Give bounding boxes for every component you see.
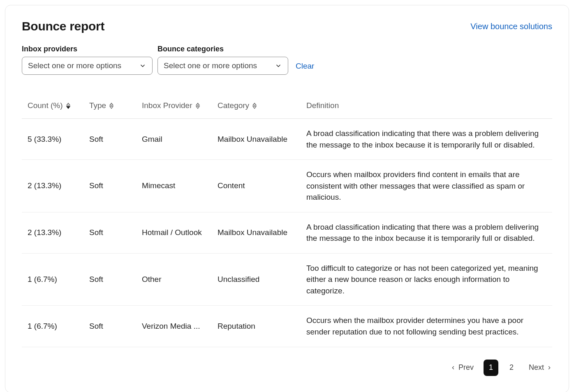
- pagination-next[interactable]: Next: [529, 363, 552, 372]
- column-header-count[interactable]: Count (%): [28, 101, 70, 110]
- pagination-prev[interactable]: Prev: [450, 363, 474, 372]
- cell-count: 1 (6.7%): [22, 306, 83, 347]
- pagination: Prev 12 Next: [22, 360, 552, 376]
- svg-marker-2: [110, 103, 113, 105]
- svg-marker-6: [253, 103, 256, 105]
- sort-icon: [109, 103, 113, 109]
- svg-marker-7: [253, 106, 256, 108]
- inbox-providers-select[interactable]: Select one or more options: [22, 57, 153, 75]
- page-title: Bounce report: [22, 19, 104, 33]
- svg-marker-3: [110, 106, 113, 108]
- table-row: 5 (33.3%)SoftGmailMailbox UnavailableA b…: [22, 119, 552, 160]
- svg-marker-1: [67, 106, 70, 108]
- cell-category: Unclassified: [212, 253, 301, 306]
- table-row: 2 (13.3%)SoftHotmail / OutlookMailbox Un…: [22, 212, 552, 253]
- pagination-page-2[interactable]: 2: [504, 360, 519, 376]
- view-bounce-solutions-link[interactable]: View bounce solutions: [470, 22, 552, 31]
- svg-marker-5: [196, 106, 199, 108]
- cell-definition: A broad classification indicating that t…: [301, 212, 552, 253]
- cell-type: Soft: [83, 160, 136, 212]
- cell-provider: Other: [136, 253, 212, 306]
- table-row: 2 (13.3%)SoftMimecastContentOccurs when …: [22, 160, 552, 212]
- cell-type: Soft: [83, 306, 136, 347]
- svg-marker-4: [196, 103, 199, 105]
- clear-filters-link[interactable]: Clear: [296, 62, 314, 75]
- chevron-down-icon: [139, 62, 146, 69]
- bounce-categories-select[interactable]: Select one or more options: [157, 57, 288, 75]
- chevron-down-icon: [275, 62, 282, 69]
- filter-inbox-providers-group: Inbox providers Select one or more optio…: [22, 45, 153, 75]
- cell-provider: Gmail: [136, 119, 212, 160]
- cell-definition: Too difficult to categorize or has not b…: [301, 253, 552, 306]
- cell-definition: A broad classification indicating that t…: [301, 119, 552, 160]
- cell-provider: Verizon Media ...: [136, 306, 212, 347]
- table-row: 1 (6.7%)SoftOtherUnclassifiedToo difficu…: [22, 253, 552, 306]
- column-header-type[interactable]: Type: [89, 101, 113, 110]
- column-header-definition: Definition: [301, 95, 552, 119]
- bounce-categories-placeholder: Select one or more options: [164, 61, 257, 70]
- bounce-report-card: Bounce report View bounce solutions Inbo…: [5, 5, 569, 392]
- cell-category: Content: [212, 160, 301, 212]
- inbox-providers-placeholder: Select one or more options: [28, 61, 121, 70]
- header-row: Bounce report View bounce solutions: [22, 19, 552, 33]
- cell-provider: Hotmail / Outlook: [136, 212, 212, 253]
- cell-count: 2 (13.3%): [22, 212, 83, 253]
- column-header-inbox-provider[interactable]: Inbox Provider: [142, 101, 200, 110]
- cell-definition: Occurs when the mailbox provider determi…: [301, 306, 552, 347]
- cell-type: Soft: [83, 119, 136, 160]
- filter-bounce-categories-label: Bounce categories: [157, 45, 288, 53]
- cell-category: Mailbox Unavailable: [212, 212, 301, 253]
- sort-icon: [252, 103, 257, 109]
- table-header-row: Count (%) Type: [22, 95, 552, 119]
- bounce-table: Count (%) Type: [22, 95, 552, 347]
- filter-inbox-providers-label: Inbox providers: [22, 45, 153, 53]
- chevron-right-icon: [546, 365, 552, 371]
- cell-count: 2 (13.3%): [22, 160, 83, 212]
- cell-definition: Occurs when mailbox providers find conte…: [301, 160, 552, 212]
- sort-icon: [66, 103, 70, 109]
- filter-bounce-categories-group: Bounce categories Select one or more opt…: [157, 45, 288, 75]
- chevron-left-icon: [450, 365, 456, 371]
- cell-category: Reputation: [212, 306, 301, 347]
- cell-count: 1 (6.7%): [22, 253, 83, 306]
- cell-type: Soft: [83, 253, 136, 306]
- cell-provider: Mimecast: [136, 160, 212, 212]
- sort-icon: [196, 103, 200, 109]
- pagination-page-1[interactable]: 1: [484, 360, 498, 376]
- filters-row: Inbox providers Select one or more optio…: [22, 45, 552, 75]
- cell-count: 5 (33.3%): [22, 119, 83, 160]
- svg-marker-0: [67, 103, 70, 105]
- column-header-category[interactable]: Category: [218, 101, 257, 110]
- cell-category: Mailbox Unavailable: [212, 119, 301, 160]
- pagination-numbers: 12: [484, 360, 519, 376]
- cell-type: Soft: [83, 212, 136, 253]
- table-row: 1 (6.7%)SoftVerizon Media ...ReputationO…: [22, 306, 552, 347]
